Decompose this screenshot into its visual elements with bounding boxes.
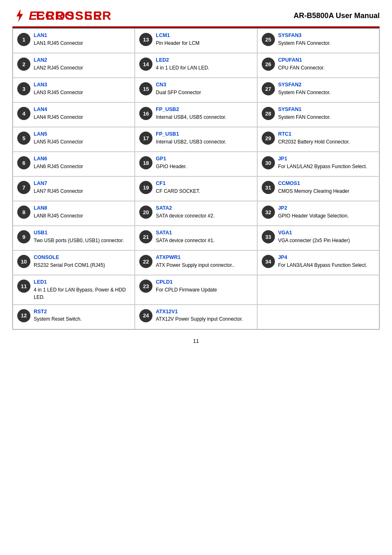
item-description: LAN4 RJ45 Connector	[34, 113, 130, 121]
item-number: 6	[17, 156, 30, 169]
item-description: LAN3 RJ45 Connector	[34, 89, 130, 96]
item-label: FP_USB1	[156, 131, 252, 138]
item-description: ATX12V Power Supply input Connector.	[156, 315, 252, 323]
item-label: ATX12V1	[156, 308, 252, 316]
table-row: 31CCMOS1CMOS Memory Clearing Header	[257, 176, 379, 201]
item-number: 33	[262, 230, 275, 243]
item-number: 10	[17, 255, 30, 268]
logo-name: CROSSER	[36, 9, 103, 23]
item-number: 4	[17, 107, 30, 120]
item-number: 24	[139, 309, 152, 322]
item-description: System FAN Connector.	[278, 113, 375, 121]
item-label: LED1	[34, 279, 130, 286]
item-description: For LAN1/LAN2 Bypass Function Select.	[278, 163, 375, 170]
item-number: 2	[17, 58, 30, 71]
item-label: SYSFAN2	[278, 81, 375, 89]
item-description: Two USB ports (USB0, USB1) connector.	[34, 237, 130, 244]
item-number: 32	[262, 206, 275, 219]
item-label: LED2	[156, 57, 252, 64]
page-number: 11	[12, 338, 380, 344]
table-row: 12RST2System Reset Switch.	[13, 305, 135, 329]
item-number: 12	[17, 309, 30, 322]
table-row: 11LED14 in 1 LED for LAN Bypass, Power &…	[13, 275, 135, 305]
item-number: 18	[139, 156, 152, 169]
item-label: CPUFAN1	[278, 57, 375, 64]
item-number: 3	[17, 82, 30, 95]
table-row: 21SATA1SATA device connector #1.	[135, 226, 257, 250]
item-number: 13	[139, 33, 152, 46]
table-row: 32JP2GPIO Header Voltage Selection.	[257, 201, 379, 226]
table-row: 19CF1CF CARD SOCKET.	[135, 176, 257, 201]
item-label: CCMOS1	[278, 180, 375, 187]
table-row: 2LAN2LAN2 RJ45 Connector	[13, 53, 135, 78]
item-description: SATA device connector #2.	[156, 212, 252, 220]
item-label: CF1	[156, 180, 252, 187]
item-number: 15	[139, 82, 152, 95]
item-label: LAN8	[34, 205, 130, 212]
table-row: 13LCM1Pin Header for LCM	[135, 28, 257, 53]
item-description: 4 in 1 LED for LAN Bypass, Power & HDD L…	[34, 286, 130, 301]
table-row: 28SYSFAN1System FAN Connector.	[257, 102, 379, 127]
item-label: LAN6	[34, 155, 130, 163]
table-row: 16FP_USB2Internal USB4, USB5 connector.	[135, 102, 257, 127]
item-description: Internal USB4, USB5 connector.	[156, 113, 252, 121]
table-row: 14LED24 in 1 LED for LAN LED.	[135, 53, 257, 78]
table-row: 26CPUFAN1CPU FAN Connector.	[257, 53, 379, 78]
item-number: 25	[262, 33, 275, 46]
item-label: USB1	[34, 229, 130, 237]
item-number: 14	[139, 58, 152, 71]
item-label: JP2	[278, 205, 375, 212]
table-row: 7LAN7LAN7 RJ45 Connector	[13, 176, 135, 201]
item-number: 1	[17, 33, 30, 46]
item-number: 5	[17, 132, 30, 145]
item-number: 8	[17, 206, 30, 219]
item-number: 19	[139, 181, 152, 194]
item-description: Dual SFP Connector	[156, 89, 252, 96]
item-description: GPIO Header.	[156, 163, 252, 170]
item-description: SATA device connector #1.	[156, 237, 252, 244]
item-description: CF CARD SOCKET.	[156, 187, 252, 195]
table-row: 15CN3Dual SFP Connector	[135, 78, 257, 102]
table-row: 9USB1Two USB ports (USB0, USB1) connecto…	[13, 226, 135, 250]
item-description: System Reset Switch.	[34, 315, 130, 323]
item-number: 23	[139, 280, 152, 293]
item-description: For LAN3/LAN4 Bypass Function Select.	[278, 261, 375, 269]
table-row: 27SYSFAN2System FAN Connector.	[257, 78, 379, 102]
table-row: 3LAN3LAN3 RJ45 Connector	[13, 78, 135, 102]
table-grid: 1LAN1LAN1 RJ45 Connector13LCM1Pin Header…	[13, 28, 379, 329]
item-label: GP1	[156, 155, 252, 163]
item-description: CR2032 Battery Hold Connector.	[278, 138, 375, 146]
logo-text: E	[29, 9, 37, 23]
item-label: LAN5	[34, 131, 130, 138]
item-label: LAN3	[34, 81, 130, 89]
table-row: 18GP1GPIO Header.	[135, 152, 257, 176]
item-number: 9	[17, 230, 30, 243]
item-label: JP1	[278, 155, 375, 163]
item-label: RTC1	[278, 131, 375, 138]
item-label: JP4	[278, 254, 375, 261]
table-row: 20SATA2SATA device connector #2.	[135, 201, 257, 226]
item-number: 7	[17, 181, 30, 194]
table-row: 8LAN8LAN8 RJ45 Connector	[13, 201, 135, 226]
table-row: 5LAN5LAN5 RJ45 Connector	[13, 127, 135, 152]
item-number: 27	[262, 82, 275, 95]
table-row	[257, 275, 379, 305]
item-label: ATXPWR1	[156, 254, 252, 261]
table-row: 10CONSOLERS232 Serial Port COM1.(RJ45)	[13, 250, 135, 275]
item-label: VGA1	[278, 229, 375, 237]
table-row: 25SYSFAN3System FAN Connector.	[257, 28, 379, 53]
item-description: LAN1 RJ45 Connector	[34, 39, 130, 47]
item-label: CONSOLE	[34, 254, 130, 261]
item-label: LAN4	[34, 106, 130, 113]
item-label: LAN7	[34, 180, 130, 187]
table-row: 34JP4For LAN3/LAN4 Bypass Function Selec…	[257, 250, 379, 275]
table-row	[257, 305, 379, 329]
table-row: 4LAN4LAN4 RJ45 Connector	[13, 102, 135, 127]
item-number: 22	[139, 255, 152, 268]
item-number: 21	[139, 230, 152, 243]
item-description: LAN6 RJ45 Connector	[34, 163, 130, 170]
item-label: LCM1	[156, 32, 252, 39]
page-header: E ECROSSER CROSSER AR-B5800A User Manual	[12, 8, 380, 23]
item-number: 20	[139, 206, 152, 219]
item-description: System FAN Connector.	[278, 39, 375, 47]
